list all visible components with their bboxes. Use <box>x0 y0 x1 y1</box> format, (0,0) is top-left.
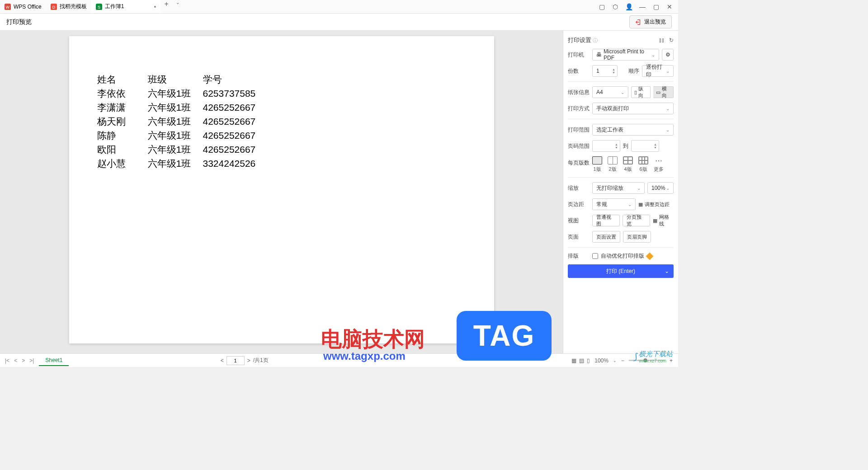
copies-label: 份数 <box>568 67 590 75</box>
chevron-down-icon: ⌄ <box>621 90 624 95</box>
order-label: 顺序 <box>628 67 639 75</box>
layout-4up[interactable]: 4版 <box>623 156 633 173</box>
spreadsheet-icon: S <box>96 4 102 10</box>
method-select[interactable]: 手动双面打印 ⌄ <box>592 103 674 114</box>
grid-icon: ▦ <box>653 218 657 224</box>
minimize-icon[interactable]: — <box>638 3 646 11</box>
spin-down-icon[interactable]: ▼ <box>612 71 615 74</box>
zoom-mode-select[interactable]: 无打印缩放 ⌄ <box>592 182 645 194</box>
watermark-url: www.tagxp.com <box>323 350 406 362</box>
data-table: 姓名 班级 学号 李依依六年级1班6253737585 李潇潇六年级1班4265… <box>96 72 258 171</box>
layout-toggle-icon[interactable]: ⫿⫿ <box>659 37 665 43</box>
page-setup-button[interactable]: 页面设置 <box>592 231 620 243</box>
printer-settings-button[interactable]: ⚙ <box>662 49 674 61</box>
header-footer-button[interactable]: 页眉页脚 <box>623 231 651 243</box>
page-to-input[interactable]: ▲▼ <box>631 140 659 152</box>
header-class: 班级 <box>148 73 202 86</box>
chevron-down-icon[interactable]: ⌄ <box>665 268 669 274</box>
copies-input[interactable]: 1 ▲▼ <box>592 65 618 77</box>
zoom-row: 缩放 无打印缩放 ⌄ 100% ⌄ <box>568 182 674 194</box>
exit-preview-button[interactable]: 退出预览 <box>629 15 672 28</box>
view-label: 视图 <box>568 217 590 225</box>
range-select[interactable]: 选定工作表 ⌄ <box>592 124 674 136</box>
exit-label: 退出预览 <box>644 18 666 26</box>
panel-icon[interactable]: ▢ <box>598 3 606 11</box>
titlebar: W WPS Office D 找稻壳模板 S 工作簿1 • + ⌄ ▢ ⬡ 👤 … <box>0 0 678 14</box>
zoom-dropdown-icon[interactable]: ⌄ <box>613 358 617 363</box>
layout-2up[interactable]: 2版 <box>608 156 618 173</box>
page-number-input[interactable] <box>226 356 245 365</box>
tab-label: 找稻壳模板 <box>60 3 87 10</box>
adjust-margin-button[interactable]: ▦ 调整页边距 <box>638 198 670 210</box>
table-row: 陈静六年级1班4265252667 <box>97 129 257 142</box>
chevron-down-icon: ⌄ <box>666 106 670 111</box>
tab-templates[interactable]: D 找稻壳模板 <box>46 0 91 13</box>
cube-icon[interactable]: ⬡ <box>611 3 619 11</box>
printer-row: 打印机 🖶 Microsoft Print to PDF ⌄ ⚙ <box>568 49 674 61</box>
portrait-button[interactable]: ▯ 纵向 <box>631 86 651 98</box>
refresh-icon[interactable]: ↻ <box>669 37 674 43</box>
printer-label: 打印机 <box>568 51 590 59</box>
view-mode-1-icon[interactable]: ▦ <box>571 357 576 364</box>
page-range-label: 页码范围 <box>568 142 590 150</box>
page-row: 页面 页面设置 页眉页脚 <box>568 231 674 243</box>
view-paged-button[interactable]: 分页预览 <box>623 215 650 226</box>
tab-close-icon[interactable]: • <box>154 3 156 10</box>
portrait-icon: ▯ <box>634 89 637 95</box>
margin-select[interactable]: 常规 ⌄ <box>592 198 636 210</box>
view-mode-2-icon[interactable]: ▤ <box>579 357 584 364</box>
view-row: 视图 普通视图 分页预览 ▦网格线 <box>568 215 674 226</box>
chevron-down-icon: ⌄ <box>637 186 641 191</box>
nav-next-icon[interactable]: > <box>20 357 26 364</box>
method-label: 打印方式 <box>568 105 590 113</box>
tab-workbook[interactable]: S 工作簿1 • <box>91 0 161 13</box>
chevron-down-icon: ⌄ <box>628 202 632 207</box>
view-mode-3-icon[interactable]: ▯ <box>587 357 590 364</box>
table-row: 赵小慧六年级1班3324242526 <box>97 157 257 170</box>
paper-select[interactable]: A4 ⌄ <box>592 86 628 98</box>
watermark-site: ⟆ 极光下载站 www.xz7.com <box>633 350 673 363</box>
printer-icon: 🖶 <box>596 52 602 58</box>
zoom-value-select[interactable]: 100% ⌄ <box>647 182 674 194</box>
auto-optimize-checkbox[interactable]: 自动优化打印排版 <box>592 252 652 260</box>
view-grid-button[interactable]: ▦网格线 <box>653 215 674 226</box>
tab-wps-office[interactable]: W WPS Office <box>0 0 46 13</box>
spin-up-icon[interactable]: ▲ <box>612 68 615 71</box>
margin-row: 页边距 常规 ⌄ ▦ 调整页边距 <box>568 198 674 210</box>
tab-label: 工作簿1 <box>105 3 124 10</box>
window-controls: ▢ ⬡ 👤 — ▢ ✕ <box>598 3 678 11</box>
tab-more-button[interactable]: ⌄ <box>172 0 183 13</box>
layout-more[interactable]: ⋯更多 <box>654 156 664 173</box>
view-normal-button[interactable]: 普通视图 <box>592 215 620 226</box>
print-button[interactable]: 打印 (Enter) ⌄ <box>568 264 674 278</box>
user-avatar-icon[interactable]: 👤 <box>625 3 633 11</box>
close-icon[interactable]: ✕ <box>665 3 674 11</box>
page-from-input[interactable]: ▲▼ <box>592 140 620 152</box>
landscape-icon: ▭ <box>656 89 660 95</box>
nav-first-icon[interactable]: |< <box>4 357 11 364</box>
tab-add-button[interactable]: + <box>160 0 172 13</box>
page-next-icon[interactable]: > <box>247 357 250 364</box>
nav-prev-icon[interactable]: < <box>13 357 19 364</box>
checkbox-input[interactable] <box>592 253 598 259</box>
header-name: 姓名 <box>97 73 147 86</box>
maximize-icon[interactable]: ▢ <box>652 3 660 11</box>
zoom-out-icon[interactable]: − <box>621 357 624 364</box>
layout-6up[interactable]: 6版 <box>638 156 648 173</box>
layout-1up[interactable]: 1版 <box>592 156 602 173</box>
header-id: 学号 <box>203 73 257 86</box>
page-range-to: 到 <box>623 142 628 150</box>
table-header-row: 姓名 班级 学号 <box>97 73 257 86</box>
printer-select[interactable]: 🖶 Microsoft Print to PDF ⌄ <box>592 49 659 61</box>
landscape-button[interactable]: ▭ 横向 <box>653 86 674 98</box>
nav-last-icon[interactable]: >| <box>28 357 35 364</box>
settings-title: 打印设置 <box>568 36 591 44</box>
order-select[interactable]: 逐份打印 ⌄ <box>642 65 674 77</box>
sheet-tab[interactable]: Sheet1 <box>39 355 69 366</box>
svg-text:W: W <box>6 5 10 9</box>
page-prev-icon[interactable]: < <box>221 357 224 364</box>
help-icon[interactable]: ⓘ <box>593 37 598 44</box>
table-row: 杨天刚六年级1班4265252667 <box>97 115 257 128</box>
layout-label: 排版 <box>568 252 590 260</box>
preview-pane[interactable]: 姓名 班级 学号 李依依六年级1班6253737585 李潇潇六年级1班4265… <box>0 31 563 353</box>
